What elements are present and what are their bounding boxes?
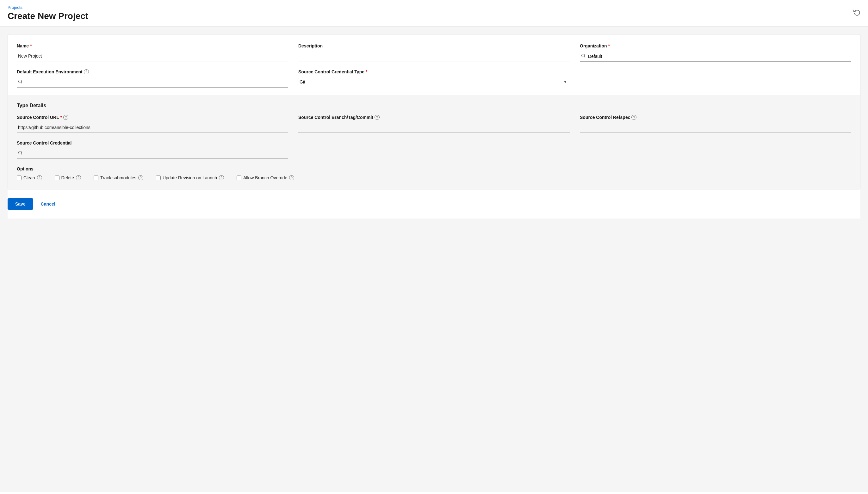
exec-env-group: Default Execution Environment ? — [17, 69, 288, 88]
update-revision-label: Update Revision on Launch — [163, 175, 217, 180]
clean-help-icon[interactable]: ? — [37, 175, 42, 180]
scm-type-select-wrapper: Manual Git Subversion Mercurial Red Hat … — [298, 77, 570, 87]
track-submodules-help-icon[interactable]: ? — [138, 175, 143, 180]
organization-group: Organization * — [580, 43, 851, 62]
scm-refspec-label: Source Control Refspec ? — [580, 115, 851, 120]
description-label: Description — [298, 43, 570, 49]
scm-type-group: Source Control Credential Type * Manual … — [298, 69, 570, 88]
options-label: Options — [17, 166, 851, 171]
update-revision-checkbox-item[interactable]: Update Revision on Launch ? — [156, 175, 224, 180]
scm-branch-label: Source Control Branch/Tag/Commit ? — [298, 115, 570, 120]
exec-env-input[interactable] — [25, 78, 288, 86]
checkboxes-row: Clean ? Delete ? Track submodules ? — [17, 175, 851, 180]
svg-line-1 — [584, 57, 585, 58]
form-card: Name * Description Organization * — [7, 34, 861, 189]
scm-credential-input-wrapper — [17, 148, 288, 159]
svg-line-5 — [21, 154, 22, 155]
name-input[interactable] — [17, 51, 288, 61]
scm-credential-group: Source Control Credential — [17, 140, 288, 159]
options-section: Options Clean ? Delete ? Track sub — [17, 166, 851, 180]
breadcrumb[interactable]: Projects — [7, 5, 861, 10]
scm-url-input[interactable] — [17, 122, 288, 133]
scm-refspec-group: Source Control Refspec ? — [580, 115, 851, 133]
cancel-button[interactable]: Cancel — [38, 198, 58, 210]
allow-branch-override-checkbox[interactable] — [237, 175, 241, 180]
scm-type-label: Source Control Credential Type * — [298, 69, 570, 74]
placeholder-group — [580, 69, 851, 88]
scm-credential-label: Source Control Credential — [17, 140, 288, 146]
track-submodules-checkbox[interactable] — [94, 175, 98, 180]
scm-branch-help-icon[interactable]: ? — [375, 115, 380, 120]
scm-url-row: Source Control URL * ? Source Control Br… — [17, 115, 851, 133]
allow-branch-override-help-icon[interactable]: ? — [289, 175, 294, 180]
form-row-2: Default Execution Environment ? Source C — [17, 69, 851, 88]
scm-branch-group: Source Control Branch/Tag/Commit ? — [298, 115, 570, 133]
scm-url-required: * — [60, 115, 62, 120]
delete-checkbox[interactable] — [55, 175, 59, 180]
exec-env-search-button[interactable] — [17, 78, 25, 86]
footer-actions: Save Cancel — [7, 189, 861, 218]
scm-url-label: Source Control URL * ? — [17, 115, 288, 120]
name-group: Name * — [17, 43, 288, 62]
delete-label: Delete — [61, 175, 74, 180]
clean-label: Clean — [23, 175, 35, 180]
scm-refspec-help-icon[interactable]: ? — [631, 115, 637, 120]
history-icon[interactable] — [853, 9, 861, 18]
page-title: Create New Project — [7, 11, 861, 21]
org-input-wrapper — [580, 51, 851, 62]
allow-branch-override-checkbox-item[interactable]: Allow Branch Override ? — [237, 175, 294, 180]
scm-credential-search-button[interactable] — [17, 149, 25, 157]
form-row-1: Name * Description Organization * — [17, 43, 851, 62]
allow-branch-override-label: Allow Branch Override — [243, 175, 287, 180]
exec-env-label: Default Execution Environment ? — [17, 69, 288, 74]
clean-checkbox-item[interactable]: Clean ? — [17, 175, 42, 180]
type-details-section: Type Details Source Control URL * ? Sour… — [8, 95, 860, 189]
scm-type-select[interactable]: Manual Git Subversion Mercurial Red Hat … — [298, 77, 570, 87]
org-search-button[interactable] — [580, 52, 588, 60]
org-search-input[interactable] — [588, 53, 851, 60]
scm-credential-input[interactable] — [25, 150, 288, 157]
description-input[interactable] — [298, 51, 570, 61]
delete-checkbox-item[interactable]: Delete ? — [55, 175, 81, 180]
name-required: * — [30, 43, 32, 49]
org-required: * — [608, 43, 610, 49]
scm-url-help-icon[interactable]: ? — [63, 115, 68, 120]
type-details-title: Type Details — [17, 103, 851, 109]
scm-refspec-input[interactable] — [580, 122, 851, 133]
svg-line-3 — [21, 82, 22, 83]
track-submodules-label: Track submodules — [100, 175, 136, 180]
scm-url-group: Source Control URL * ? — [17, 115, 288, 133]
scm-branch-input[interactable] — [298, 122, 570, 133]
scm-type-required: * — [366, 69, 367, 74]
exec-env-help-icon[interactable]: ? — [84, 69, 89, 74]
page-header: Projects Create New Project — [0, 0, 868, 26]
track-submodules-checkbox-item[interactable]: Track submodules ? — [94, 175, 143, 180]
description-group: Description — [298, 43, 570, 62]
update-revision-checkbox[interactable] — [156, 175, 161, 180]
save-button[interactable]: Save — [7, 198, 33, 210]
name-label: Name * — [17, 43, 288, 49]
scm-credential-row: Source Control Credential — [17, 140, 851, 159]
organization-label: Organization * — [580, 43, 851, 49]
update-revision-help-icon[interactable]: ? — [219, 175, 224, 180]
delete-help-icon[interactable]: ? — [76, 175, 81, 180]
clean-checkbox[interactable] — [17, 175, 21, 180]
main-content: Name * Description Organization * — [0, 26, 868, 492]
exec-env-input-wrapper — [17, 77, 288, 88]
